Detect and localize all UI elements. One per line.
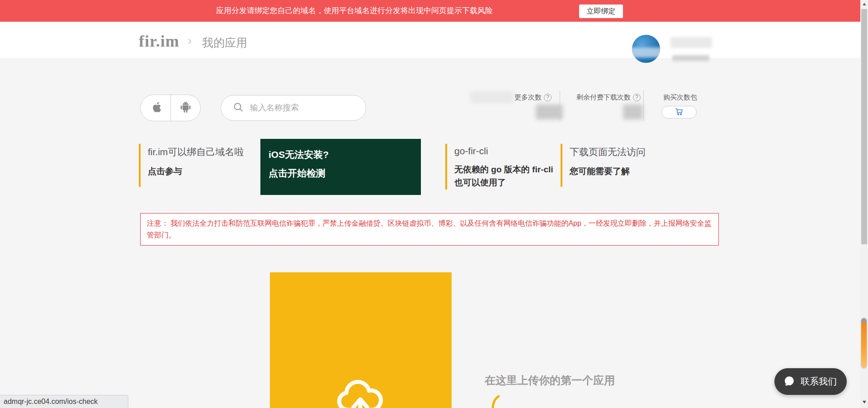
stat1-label-redacted xyxy=(470,91,513,103)
app-window: 应用分发请绑定您自己的域名，使用平台域名进行分发将出现中间页提示下载风险 立即绑… xyxy=(0,0,868,408)
breadcrumb-chevron-icon: › xyxy=(188,33,192,48)
android-icon xyxy=(179,100,192,116)
status-url-tooltip: admqr-jc.ce04.com/ios-check xyxy=(0,395,128,408)
promo-subtitle: 点击参与 xyxy=(148,165,247,178)
firim-logo[interactable]: fir.im xyxy=(139,32,179,51)
contact-button[interactable]: 联系我们 xyxy=(774,368,847,395)
search-input[interactable] xyxy=(250,103,359,113)
promo-title: 下载页面无法访问 xyxy=(570,146,669,158)
ios-filter-button[interactable] xyxy=(141,95,170,121)
cart-icon xyxy=(675,107,684,118)
promo-subtitle: 无依赖的 go 版本的 fir-cli 也可以使用了 xyxy=(454,163,558,190)
banner-message: 应用分发请绑定您自己的域名，使用平台域名进行分发将出现中间页提示下载风险 xyxy=(216,0,493,22)
stat-paid-label: 剩余付费下载次数 ? xyxy=(576,93,641,102)
help-icon[interactable]: ? xyxy=(633,94,641,101)
username-redacted xyxy=(670,37,712,48)
promo-title: iOS无法安装? xyxy=(269,148,421,161)
search-icon xyxy=(233,102,244,114)
scroll-up-button[interactable] xyxy=(860,0,868,8)
user-subtext-redacted xyxy=(672,55,709,61)
help-icon[interactable]: ? xyxy=(544,94,552,101)
domain-bind-banner: 应用分发请绑定您自己的域名，使用平台域名进行分发将出现中间页提示下载风险 立即绑… xyxy=(0,0,860,22)
promo-title: fir.im可以绑自己域名啦 xyxy=(148,146,247,158)
bind-domain-button[interactable]: 立即绑定 xyxy=(579,5,623,18)
cloud-upload-icon xyxy=(335,371,385,408)
breadcrumb-my-apps[interactable]: 我的应用 xyxy=(202,35,247,50)
promo-subtitle: 点击开始检测 xyxy=(269,167,421,180)
promo-card-ios-check[interactable]: iOS无法安装? 点击开始检测 xyxy=(260,139,421,195)
promo-card-domain[interactable]: fir.im可以绑自己域名啦 点击参与 xyxy=(139,144,247,187)
apple-icon xyxy=(150,100,161,116)
upload-hint: 在这里上传你的第一个应用 xyxy=(485,373,615,388)
android-filter-button[interactable] xyxy=(171,95,201,121)
stat2-label-text: 剩余付费下载次数 xyxy=(576,93,631,102)
hint-arrow-icon xyxy=(491,395,501,408)
header: fir.im › 我的应用 xyxy=(0,22,860,59)
chat-bubble-icon xyxy=(783,375,795,389)
promo-card-download-page[interactable]: 下载页面无法访问 您可能需要了解 xyxy=(561,144,669,187)
scroll-down-icon xyxy=(863,401,866,403)
contact-label: 联系我们 xyxy=(801,375,837,388)
buy-pack-button[interactable] xyxy=(661,106,697,119)
stat2-value-redacted xyxy=(623,104,643,119)
stat1-label-text: 更多次数 xyxy=(514,93,542,102)
scrollbar-thumb[interactable] xyxy=(861,9,867,244)
anti-fraud-warning: 注意： 我们依法全力打击和防范互联网电信诈骗犯罪，严禁上传金融借贷、区块链虚拟币… xyxy=(140,213,719,246)
user-avatar[interactable] xyxy=(632,35,660,63)
promo-card-go-fir-cli[interactable]: go-fir-cli 无依赖的 go 版本的 fir-cli 也可以使用了 xyxy=(445,144,558,190)
promo-subtitle: 您可能需要了解 xyxy=(570,165,669,178)
avatar-privacy-blur xyxy=(632,47,660,57)
scroll-marker-widget[interactable] xyxy=(861,318,867,368)
stat-remaining-label: 更多次数 ? xyxy=(514,93,552,102)
stat1-value-redacted xyxy=(536,104,563,119)
scroll-up-icon xyxy=(863,3,866,5)
stat3-label-text: 购买次数包 xyxy=(663,93,697,102)
promo-title: go-fir-cli xyxy=(454,146,558,157)
stat-divider xyxy=(560,90,560,121)
scroll-down-button[interactable] xyxy=(860,398,868,406)
app-search xyxy=(221,95,366,121)
upload-dropzone[interactable] xyxy=(270,272,452,408)
stat-divider xyxy=(643,90,644,121)
platform-filter xyxy=(140,95,201,121)
buy-pack-label: 购买次数包 xyxy=(663,93,697,102)
